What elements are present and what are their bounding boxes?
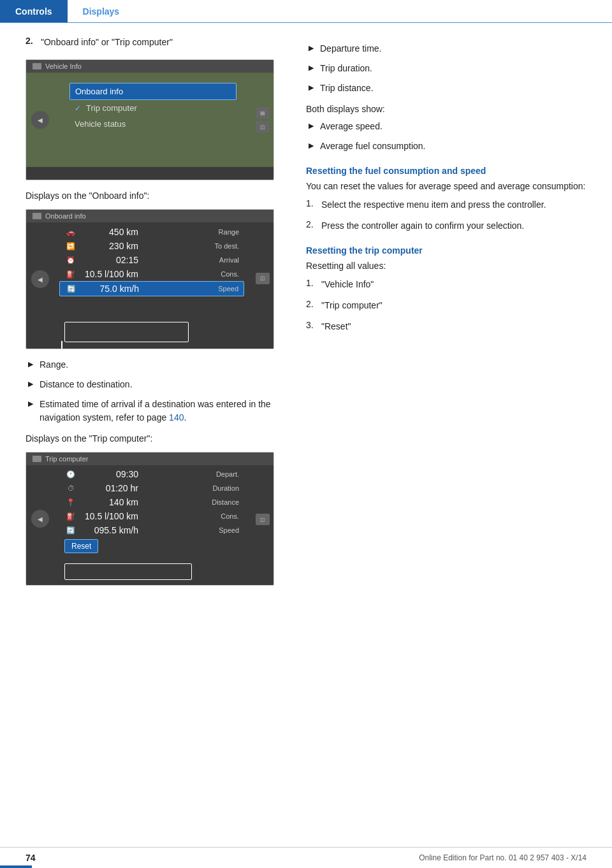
bullet-arrow-range: ▶ <box>28 360 34 368</box>
side-btn-2[interactable]: ◫ <box>256 121 270 133</box>
fuel-step-1-num: 1. <box>306 198 316 215</box>
step-2: 2. "Onboard info" or "Trip computer" <box>26 36 280 53</box>
bullet-trip-dur: ▶ Trip duration. <box>306 62 586 79</box>
trip-screen-title: Trip computer <box>45 455 88 463</box>
both-displays-text: Both displays show: <box>306 103 586 116</box>
bullet-dist: ▶ Distance to destination. <box>26 378 280 395</box>
fuel-step-1-text: Select the respective menu item and pres… <box>321 198 546 212</box>
trip-val-duration: 01:20 hr <box>81 483 138 493</box>
ob-icon-todest: 🔁 <box>64 242 77 250</box>
onboard-side-btns: ◫ <box>256 273 270 284</box>
tab-displays[interactable]: Displays <box>68 0 135 22</box>
trip-icon-duration: ⏱ <box>64 484 77 492</box>
bullet-arrow-trip-dist: ▶ <box>309 83 315 92</box>
bullet-arrow-avg-speed: ▶ <box>309 122 315 130</box>
bullet-avg-fuel-text: Average fuel consumption. <box>320 140 426 153</box>
ob-row-cons: ⛽ 10.5 l/100 km Cons. <box>59 267 244 281</box>
trip-lbl-dist: Distance <box>142 498 239 506</box>
onboard-screen-header: Onboard info <box>26 210 273 222</box>
bullet-avg-speed: ▶ Average speed. <box>306 120 586 137</box>
bullet-trip-dist-text: Trip distance. <box>320 82 374 95</box>
section-trip-title: Resetting the trip computer <box>306 245 586 256</box>
bullet-dist-text: Distance to destination. <box>40 378 133 391</box>
section-fuel-intro: You can reset the values for average spe… <box>306 180 586 193</box>
trip-nav-left[interactable]: ◀ <box>31 510 49 528</box>
ob-row-todest: 🔁 230 km To dest. <box>59 239 244 253</box>
fuel-step-2: 2. Press the controller again to confirm… <box>306 219 586 236</box>
screen-title-label: Vehicle Info <box>45 62 82 70</box>
left-column: 2. "Onboard info" or "Trip computer" Veh… <box>0 36 293 595</box>
trip-screen-header: Trip computer <box>26 452 273 465</box>
ob-lbl-todest: To dest. <box>142 242 239 250</box>
ob-lbl-cons: Cons. <box>142 270 239 278</box>
onboard-side-btn[interactable]: ◫ <box>256 273 270 284</box>
displays-trip-label: Displays on the "Trip computer": <box>26 432 280 445</box>
step-number: 2. <box>26 36 36 53</box>
onboard-screen-icon <box>33 213 41 219</box>
ob-icon-range: 🚗 <box>64 228 77 236</box>
bullet-avg-fuel: ▶ Average fuel consumption. <box>306 140 586 157</box>
ob-row-speed: 🔄 75.0 km/h Speed <box>59 281 244 296</box>
screen-header-icon <box>33 63 41 69</box>
bullet-arrow-departure: ▶ <box>309 44 315 52</box>
bullet-departure: ▶ Departure time. <box>306 42 586 59</box>
tab-controls[interactable]: Controls <box>0 0 68 22</box>
side-btn-1[interactable]: ▤ <box>256 107 270 119</box>
trip-icon-depart: 🕐 <box>64 470 77 479</box>
header-tabs: Controls Displays <box>0 0 612 23</box>
onboard-nav-left[interactable]: ◀ <box>31 270 49 288</box>
bullet-trip-dur-text: Trip duration. <box>320 62 372 75</box>
screen-trip-computer-wrapper: Trip computer ◀ 🕐 09:30 Depart. ⏱ <box>26 452 280 586</box>
trip-side-btn[interactable]: ◫ <box>256 514 270 525</box>
menu-item-trip[interactable]: ✓ Trip computer <box>69 100 237 116</box>
trip-icon-dist: 📍 <box>64 498 77 507</box>
screen-vehicle-info: Vehicle Info ◀ Onboard info <box>26 59 274 180</box>
trip-step-3: 3. "Reset" <box>306 320 586 337</box>
bullet-range-text: Range. <box>40 358 68 372</box>
trip-step-2: 2. "Trip computer" <box>306 299 586 316</box>
trip-step-2-text: "Trip computer" <box>321 299 382 312</box>
nav-left-arrow[interactable]: ◀ <box>31 111 49 129</box>
ob-row-range: 🚗 450 km Range <box>59 225 244 239</box>
menu-item-vehicle-status[interactable]: Vehicle status <box>69 116 237 132</box>
right-bullets-both: ▶ Average speed. ▶ Average fuel consumpt… <box>306 120 586 157</box>
trip-step-3-num: 3. <box>306 320 316 337</box>
screen-vehicle-info-wrapper: Vehicle Info ◀ Onboard info <box>26 59 280 180</box>
onboard-screen-title: Onboard info <box>45 212 86 220</box>
trip-val-cons: 10.5 l/100 km <box>81 511 138 521</box>
bullet-arrow-trip-dur: ▶ <box>309 64 315 72</box>
page-footer: 74 Online Edition for Part no. 01 40 2 9… <box>0 847 612 868</box>
page-number: 74 <box>26 853 36 863</box>
screen-trip-computer: Trip computer ◀ 🕐 09:30 Depart. ⏱ <box>26 452 274 586</box>
screen-side-buttons: ▤ ◫ <box>256 107 270 133</box>
page-link[interactable]: 140 <box>169 412 184 423</box>
bullet-arrow-dist: ▶ <box>28 380 34 388</box>
step-2-text: "Onboard info" or "Trip computer" <box>41 36 173 49</box>
trip-lbl-duration: Duration <box>142 484 239 492</box>
trip-val-depart: 09:30 <box>81 469 138 479</box>
reset-button[interactable]: Reset <box>64 539 98 553</box>
bullet-arrow-avg-fuel: ▶ <box>309 141 315 150</box>
ob-val-todest: 230 km <box>81 241 138 251</box>
trip-screen-icon <box>33 456 41 462</box>
displays-onboard-label: Displays on the "Onboard info": <box>26 189 280 203</box>
trip-icon-speed: 🔄 <box>64 526 77 535</box>
trip-row-depart: 🕐 09:30 Depart. <box>59 467 244 481</box>
right-bullets-top: ▶ Departure time. ▶ Trip duration. ▶ Tri… <box>306 42 586 99</box>
ob-lbl-range: Range <box>142 228 239 236</box>
trip-lbl-speed: Speed <box>142 526 239 534</box>
trip-lbl-depart: Depart. <box>142 470 239 478</box>
ob-lbl-speed: Speed <box>143 285 238 293</box>
ob-icon-arrival: ⏰ <box>64 256 77 264</box>
menu-item-onboard[interactable]: Onboard info <box>69 83 237 100</box>
ob-val-arrival: 02:15 <box>81 255 138 265</box>
footer-edition-text: Online Edition for Part no. 01 40 2 957 … <box>419 853 586 862</box>
bullet-eta-text: Estimated time of arrival if a destinati… <box>40 398 280 424</box>
bullet-trip-dist: ▶ Trip distance. <box>306 82 586 99</box>
ob-val-speed: 75.0 km/h <box>82 284 139 294</box>
bullet-arrow-eta: ▶ <box>28 400 34 408</box>
section-fuel-title: Resetting the fuel consumption and speed <box>306 166 586 176</box>
ob-val-range: 450 km <box>81 227 138 237</box>
trip-row-dist: 📍 140 km Distance <box>59 495 244 509</box>
fuel-step-1: 1. Select the respective menu item and p… <box>306 198 586 215</box>
